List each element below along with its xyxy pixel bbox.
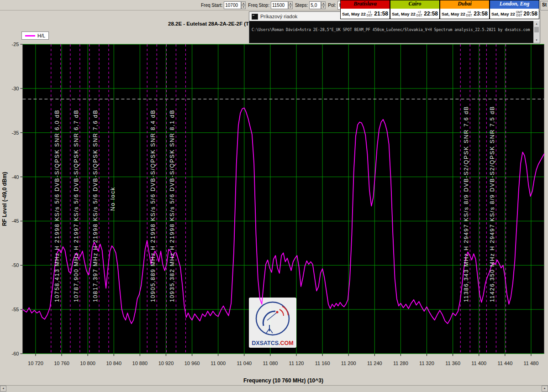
stop-button-partial[interactable]: St [540,1,548,10]
clock-dst: DST [466,14,472,17]
x-tick-label: 10 760 [54,361,69,366]
clock-dst: DST [516,14,522,17]
transponder-label: 11426,350 MHz H 29497 KS/s 8/9 DVB-S2/QP… [489,106,495,302]
x-tick-label: 11 160 [315,361,330,366]
legend-label: H/L [37,33,45,38]
horizontal-scrollbar[interactable]: ◄ ► [0,385,548,392]
freq-stop-input[interactable] [271,1,288,9]
scroll-right-icon[interactable]: ► [542,386,548,392]
freq-stop-label: Freq Stop: [248,3,269,8]
clock-offset: GMT [516,10,522,14]
frequency-controls: Freq Start: ▲▼ Freq Stop: ▲▼ Steps: ▲▼ P… [201,0,358,10]
spectrum-chart: DXSATCS.COM10758,413 MHz H 21998 KS/s 5/… [0,0,548,392]
x-tick-label: 11 360 [445,361,460,366]
y-tick-label: -55 [11,307,19,312]
clock-offset: +2 [418,10,421,14]
clock-city: London, Eng [490,0,539,9]
x-tick-label: 10 880 [132,361,148,366]
scroll-thumb[interactable] [534,27,539,32]
transponder-label: 10758,413 MHz H 21998 KS/s 5/6 DVB-S/QPS… [54,110,60,302]
y-tick-label: -60 [11,351,19,356]
y-tick-label: -25 [11,42,19,47]
x-tick-label: 10 960 [184,361,200,366]
spin-up-icon[interactable]: ▲ [241,1,246,5]
clock-time: 20:58 [523,10,537,17]
freq-start-label: Freq Start: [201,3,222,8]
freq-start-field: Freq Start: ▲▼ [201,1,246,9]
cmd-console-line: C:\Users\Roman Dávid>Astra 2E-28,5°E_UK … [252,27,532,32]
y-tick-label: -40 [11,174,19,180]
scroll-up-icon[interactable]: ▲ [533,21,540,26]
x-tick-label: 11 200 [341,361,356,366]
cmd-scrollbar[interactable]: ▲ ▼ [533,21,540,43]
clock-offset: +4 [468,10,471,14]
clock-cairo: Cairo Sat, May 22 +2DST 22:58 [390,0,440,19]
steps-field: Steps: ▲▼ [295,1,326,9]
y-axis-title: RF Level (-49,0 dBm) [1,172,8,226]
clock-city: Dubai [440,0,489,9]
y-tick-label: -35 [11,130,19,136]
clock-date: Sat, May 22 [392,11,416,16]
x-tick-label: 10 840 [106,361,121,366]
clock-dst: DST [416,14,422,17]
x-tick-label: 10 920 [158,361,174,366]
clock-london: London, Eng Sat, May 22 GMTDST 20:58 [490,0,539,19]
spin-up-icon[interactable]: ▲ [288,1,293,5]
x-tick-label: 11 480 [524,361,539,366]
x-tick-label: 11 240 [367,361,382,366]
x-tick-label: 11 120 [289,361,304,366]
clock-bratislava: Bratislava Sat, May 22 +1DST 21:58 [340,0,390,19]
transponder-label: 10905,889 MHz H 21998 KS/s 5/6 DVB-S/QPS… [150,110,156,302]
clock-time: 22:58 [424,10,438,17]
x-axis-title: Frequency (10 760 MHz) (10^3) [243,377,323,384]
x-tick-label: 11 080 [263,361,278,366]
x-tick-label: 11 000 [211,361,226,366]
spin-down-icon[interactable]: ▼ [321,5,326,9]
cmd-body: C:\Users\Roman Dávid>Astra 2E-28,5°E_UK … [249,21,540,43]
transponder-label: No lock [110,187,116,211]
clock-time: 21:58 [374,10,388,17]
freq-stop-field: Freq Stop: ▲▼ [248,1,293,9]
chart-title: 28.2E - Eutelsat 28A-2A-2E-2F (TB [168,21,253,26]
dxsatcs-watermark: DXSATCS.COM [249,298,296,348]
y-tick-label: -45 [11,218,19,224]
legend-line-sample [25,35,35,37]
y-tick-label: -30 [11,86,19,91]
x-tick-label: 11 400 [471,361,486,366]
clock-city: Bratislava [341,0,390,9]
clock-date: Sat, May 22 [442,11,465,16]
transponder-label: 10817,397 MHz H 21998 KS/s 5/6 DVB-S/QPS… [92,110,99,302]
world-clocks: Bratislava Sat, May 22 +1DST 21:58 Cairo… [340,0,539,19]
pol-label: Pol: [328,3,336,8]
x-tick-label: 11 040 [237,361,252,366]
x-tick-label: 10 800 [80,361,95,366]
clock-dubai: Dubai Sat, May 22 +4DST 23:58 [440,0,490,19]
transponder-label: 10935,382 MHz H 21998 KS/s 5/6 DVB-S/QPS… [169,110,175,302]
clock-date: Sat, May 22 [342,11,366,16]
x-tick-label: 11 320 [419,361,434,366]
watermark-text: DXSATCS.COM [252,340,293,346]
spin-down-icon[interactable]: ▼ [288,5,293,9]
x-tick-label: 11 280 [393,361,408,366]
steps-label: Steps: [295,3,308,8]
clock-date: Sat, May 22 [491,11,515,16]
spin-down-icon[interactable]: ▼ [241,5,246,9]
clock-offset: +1 [368,10,371,14]
legend: H/L [21,31,49,40]
scroll-left-icon[interactable]: ◄ [0,386,6,392]
freq-start-input[interactable] [224,1,241,9]
x-tick-label: 10 720 [28,361,43,366]
steps-input[interactable] [309,1,321,9]
scroll-down-icon[interactable]: ▼ [533,37,540,43]
cmd-title: Príkazový riadok [260,14,297,19]
x-tick-label: 11 440 [497,361,512,366]
y-tick-label: -50 [11,262,19,268]
cmd-icon [252,14,258,20]
clock-dst: DST [367,14,373,17]
spin-up-icon[interactable]: ▲ [321,1,326,5]
clock-city: Cairo [390,0,439,9]
transponder-label: 10787,900 MHz H 21997 KS/s 5/6 DVB-S/QPS… [73,110,79,302]
clock-time: 23:58 [474,10,488,17]
transponder-label: 11386,343 MHz H 29497 KS/s 8/9 DVB-S2/QP… [463,106,469,302]
